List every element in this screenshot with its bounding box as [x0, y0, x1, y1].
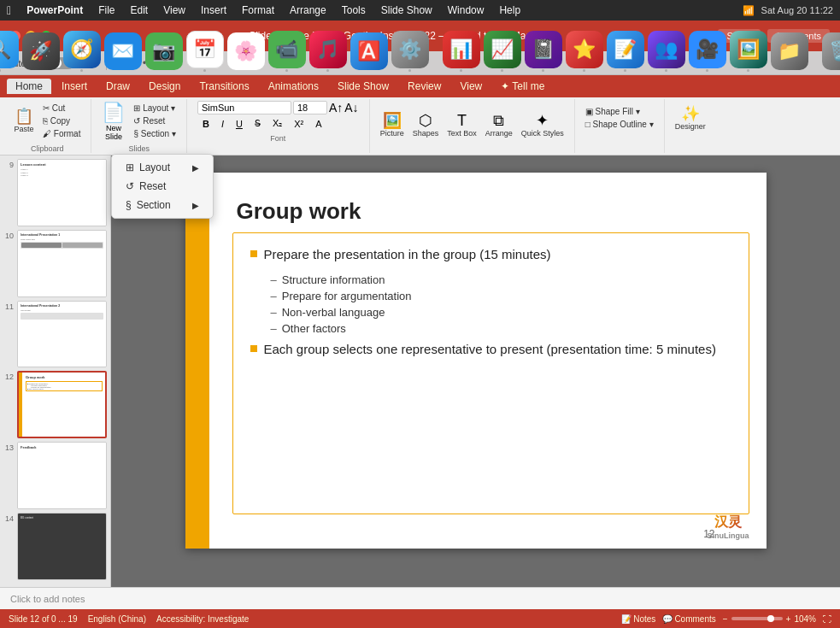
menu-file[interactable]: File	[95, 4, 118, 16]
subscript-button[interactable]: X₂	[267, 116, 287, 131]
tab-transitions[interactable]: Transitions	[191, 79, 257, 94]
decrease-size[interactable]: A↓	[344, 101, 358, 114]
dock-safari[interactable]: 🧭	[63, 31, 101, 72]
slide-img-10[interactable]: International Presentation 1 Some conten…	[17, 230, 107, 297]
layout-button[interactable]: ⊞ Layout ▾	[130, 103, 179, 114]
tab-tellme[interactable]: ✦ Tell me	[492, 79, 553, 94]
bold-button[interactable]: B	[197, 117, 214, 131]
arrange-button[interactable]: ⧉ Arrange	[482, 111, 516, 139]
designer-button[interactable]: ✨ Designer	[672, 99, 709, 132]
slide-img-13[interactable]: Feedback	[17, 442, 107, 509]
menu-window[interactable]: Window	[444, 4, 488, 16]
dock-preferences[interactable]: ⚙️	[391, 31, 429, 72]
quick-styles-button[interactable]: ✦ Quick Styles	[518, 111, 567, 139]
apple-icon[interactable]: 	[7, 3, 11, 17]
format-button[interactable]: 🖌 Format	[39, 128, 84, 139]
dock-star[interactable]: ⭐	[566, 31, 603, 72]
tab-review[interactable]: Review	[399, 79, 449, 94]
tab-animations[interactable]: Animations	[260, 79, 327, 94]
slide-img-14[interactable]: BG content	[17, 513, 107, 580]
underline-button[interactable]: U	[231, 117, 248, 131]
reset-button[interactable]: ↺ Reset	[130, 115, 179, 126]
notes-button[interactable]: 📝 Notes	[621, 614, 655, 624]
slide-thumb-11[interactable]: 11 International Presentation 2 More con…	[3, 301, 107, 368]
notes-bar[interactable]: Click to add notes	[0, 587, 840, 609]
slide-img-9[interactable]: Lesson content • Item 1• Item 2• Item 3	[17, 159, 107, 226]
dock-powerpoint[interactable]: 📊	[443, 31, 480, 72]
superscript-button[interactable]: X²	[289, 117, 308, 131]
shapes-button[interactable]: ⬡ Shapes	[409, 111, 443, 139]
menu-view[interactable]: View	[160, 4, 189, 16]
cut-button[interactable]: ✂ Cut	[39, 103, 84, 114]
dock-zoom[interactable]: 🎥	[689, 31, 726, 72]
dock-preview[interactable]: 🖼️	[730, 31, 767, 72]
dock-onenote[interactable]: 📓	[525, 31, 562, 72]
menu-powerpoint[interactable]: PowerPoint	[23, 4, 86, 16]
paste-button[interactable]: 📋 Paste	[10, 107, 38, 135]
textbox-button[interactable]: T Text Box	[443, 111, 480, 139]
paste-label: Paste	[14, 125, 33, 133]
font-color-button[interactable]: A	[310, 117, 326, 131]
menu-help[interactable]: Help	[496, 4, 524, 16]
dock-facetime2[interactable]: 📹	[268, 31, 306, 72]
increase-size[interactable]: A↑	[329, 101, 343, 114]
new-slide-button[interactable]: 📄 New Slide	[98, 100, 128, 143]
dock-facetime[interactable]: 📷	[145, 32, 183, 70]
tab-design[interactable]: Design	[140, 79, 189, 94]
slide-thumb-9[interactable]: 9 Lesson content • Item 1• Item 2• Item …	[3, 159, 107, 226]
dock-mail[interactable]: ✉️	[104, 32, 142, 70]
dock-launchpad[interactable]: 🚀	[22, 32, 60, 70]
comments-status-button[interactable]: 💬 Comments	[662, 614, 715, 624]
strikethrough-button[interactable]: S̶	[250, 116, 266, 131]
slide-content-box[interactable]: Prepare the presentation in the group (1…	[232, 232, 749, 514]
font-size-input[interactable]	[293, 101, 327, 114]
dock-trash[interactable]: 🗑️	[822, 32, 841, 70]
menu-format[interactable]: Format	[238, 4, 278, 16]
shape-outline-button[interactable]: □ Shape Outline ▾	[582, 119, 657, 130]
dock-music[interactable]: 🎵	[309, 31, 347, 72]
dock-teams[interactable]: 👥	[648, 31, 685, 72]
context-section[interactable]: § Section ▶	[112, 196, 213, 214]
zoom-slider[interactable]	[731, 617, 783, 620]
tab-draw[interactable]: Draw	[97, 79, 138, 94]
tab-insert[interactable]: Insert	[53, 79, 96, 94]
slide-stage[interactable]: Group work Prepare the presentation in t…	[185, 173, 767, 549]
dock-calendar[interactable]: 📅	[186, 31, 224, 72]
tab-view[interactable]: View	[451, 79, 490, 94]
context-reset[interactable]: ↺ Reset	[112, 177, 213, 196]
accessibility-info[interactable]: Accessibility: Investigate	[156, 614, 249, 624]
shape-fill-button[interactable]: ▣ Shape Fill ▾	[582, 106, 657, 117]
dock-excel[interactable]: 📈	[484, 31, 521, 72]
menu-edit[interactable]: Edit	[126, 4, 151, 16]
slide-thumb-14[interactable]: 14 BG content	[3, 513, 107, 580]
dock-appstore[interactable]: 🅰️	[350, 32, 388, 70]
slide-thumb-10[interactable]: 10 International Presentation 1 Some con…	[3, 230, 107, 297]
menu-insert[interactable]: Insert	[197, 4, 230, 16]
slide-img-12[interactable]: Group work ■ Prepare the presentation...…	[17, 371, 107, 438]
menu-tools[interactable]: Tools	[338, 4, 369, 16]
font-name-input[interactable]	[197, 101, 291, 114]
context-layout[interactable]: ⊞ Layout ▶	[112, 158, 213, 177]
slide-thumb-12[interactable]: 12 Group work ■ Prepare the presentation…	[3, 371, 107, 438]
dock-word[interactable]: 📝	[607, 31, 644, 72]
italic-button[interactable]: I	[216, 117, 229, 131]
slide-img-11[interactable]: International Presentation 2 More conten…	[17, 301, 107, 368]
menu-slideshow[interactable]: Slide Show	[378, 4, 436, 16]
dock-finder[interactable]: 🔍	[0, 31, 19, 72]
zoom-in-icon[interactable]: +	[786, 614, 791, 624]
slide-panel[interactable]: 9 Lesson content • Item 1• Item 2• Item …	[0, 156, 111, 587]
fit-screen-icon[interactable]: ⛶	[823, 614, 831, 624]
tab-slideshow[interactable]: Slide Show	[329, 79, 397, 94]
slide-num-10: 10	[3, 230, 14, 240]
dock-photos[interactable]: 🌸	[227, 32, 265, 70]
copy-button[interactable]: ⎘ Copy	[39, 115, 84, 126]
picture-button[interactable]: 🖼️ Picture	[377, 111, 408, 139]
zoom-out-icon[interactable]: −	[723, 614, 728, 624]
dock-finder2[interactable]: 📁	[771, 32, 808, 70]
menu-arrange[interactable]: Arrange	[286, 4, 330, 16]
section-button[interactable]: § Section ▾	[130, 128, 179, 139]
menubar-left:  PowerPoint File Edit View Insert Forma…	[7, 3, 524, 17]
zoom-control[interactable]: − + 104%	[723, 614, 816, 624]
tab-home[interactable]: Home	[7, 79, 51, 94]
slide-thumb-13[interactable]: 13 Feedback	[3, 442, 107, 509]
